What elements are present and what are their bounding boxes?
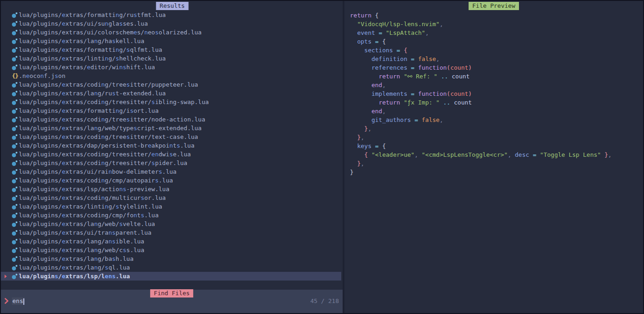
lua-icon (12, 160, 17, 166)
selection-arrow-icon (5, 275, 7, 278)
result-item-path: lua/plugins/extras/linting/stylelint.lua (19, 203, 162, 210)
selection-arrow-cell (1, 273, 12, 280)
lua-icon (12, 12, 17, 18)
result-counter: 45 / 218 (310, 297, 339, 304)
result-item[interactable]: lua/plugins/extras/linting/stylelint.lua (1, 202, 344, 211)
result-item[interactable]: lua/plugins/extras/formatting/isort.lua (1, 106, 344, 115)
result-item-path: lua/plugins/extras/lang/ansible.lua (19, 238, 144, 245)
lua-icon (12, 274, 17, 279)
result-item-path: lua/plugins/extras/linting/shellcheck.lu… (19, 55, 166, 62)
file-preview-code: return { "VidocqH/lsp-lens.nvim", event … (350, 11, 611, 176)
lua-icon (12, 204, 17, 209)
result-item[interactable]: lua/plugins/extras/coding/treesitter/spi… (1, 159, 344, 167)
result-item-path: lua/plugins/extras/ui/transparent.lua (19, 229, 152, 236)
json-braces-icon: {} (12, 72, 19, 79)
result-item-path: lua/plugins/extras/lang/bash.lua (19, 255, 133, 262)
lua-icon (12, 65, 17, 70)
file-preview-panel: File Preview return { "VidocqH/lsp-lens.… (344, 1, 643, 313)
lua-icon (12, 178, 17, 183)
prompt-panel: Find Files ens 45 / 218 (1, 290, 343, 313)
result-item[interactable]: lua/plugins/extras/lang/web/typescript-e… (1, 124, 344, 132)
result-item[interactable]: lua/plugins/extras/coding/treesitter/tex… (1, 132, 344, 141)
result-item[interactable]: lua/plugins/extras/coding/treesitter/end… (1, 150, 344, 159)
code-line: }, (350, 133, 611, 142)
result-item[interactable]: lua/plugins/extras/ui/colorschemes/neoso… (1, 28, 344, 37)
lua-icon (12, 82, 17, 88)
result-item[interactable]: lua/plugins/extras/ui/sunglasses.lua (1, 19, 344, 28)
result-item[interactable]: lua/plugins/extras/formatting/rustfmt.lu… (1, 11, 344, 19)
result-item[interactable]: lua/plugins/extras/coding/treesitter/sib… (1, 98, 344, 106)
result-item[interactable]: lua/plugins/extras/lang/haskell.lua (1, 37, 344, 45)
result-item-path: lua/plugins/extras/coding/treesitter/end… (19, 151, 191, 158)
result-item-path: lua/plugins/extras/ui/sunglasses.lua (19, 20, 148, 27)
result-item-path: lua/plugins/extras/coding/treesitter/sib… (19, 99, 209, 105)
result-item[interactable]: lua/plugins/extras/linting/shellcheck.lu… (1, 54, 344, 63)
lua-icon (12, 221, 17, 227)
code-line: "VidocqH/lsp-lens.nvim", (350, 20, 611, 28)
results-title-badge: Results (156, 2, 189, 10)
lua-icon (12, 134, 17, 140)
prompt-input[interactable]: ens (12, 297, 25, 305)
file-preview-title-badge: File Preview (469, 2, 519, 10)
result-item-path: lua/plugins/extras/formatting/sqlfmt.lua (19, 46, 162, 53)
result-item[interactable]: lua/plugins/extras/dap/persistent-breakp… (1, 141, 344, 150)
result-item-path: lua/plugins/extras/formatting/isort.lua (19, 107, 158, 114)
prompt-line: ens 45 / 218 (1, 297, 343, 305)
prompt-query-text: ens (12, 297, 23, 304)
result-item[interactable]: lua/plugins/extras/coding/multicursor.lu… (1, 193, 344, 202)
result-item[interactable]: lua/plugins/extras/coding/cmp/fonts.lua (1, 211, 344, 220)
code-line: } (350, 168, 611, 176)
result-item[interactable]: lua/plugins/extras/formatting/sqlfmt.lua (1, 45, 344, 54)
result-item[interactable]: lua/plugins/extras/lsp/actions-preview.l… (1, 185, 344, 193)
lua-icon (12, 126, 17, 131)
result-item-path: lua/plugins/extras/lang/rust-extended.lu… (19, 90, 166, 97)
result-item[interactable]: lua/plugins/extras/ui/transparent.lua (1, 228, 344, 237)
result-item[interactable]: lua/plugins/extras/ui/rainbow-delimeters… (1, 167, 344, 176)
result-item-path: lua/plugins/extras/ui/colorschemes/neoso… (19, 29, 202, 36)
lua-icon (12, 39, 17, 44)
lua-icon (12, 256, 17, 262)
code-line: return "⚯ Ref: " .. count (350, 72, 611, 81)
code-line: definition = false, (350, 55, 611, 63)
result-item[interactable]: lua/plugins/extras/lang/rust-extended.lu… (1, 89, 344, 98)
text-cursor-icon (23, 298, 24, 305)
result-item[interactable]: lua/plugins/extras/coding/treesitter/nod… (1, 115, 344, 124)
prompt-title: Find Files (154, 290, 190, 297)
lua-icon (12, 99, 17, 105)
result-item-path: lua/plugins/extras/formatting/rustfmt.lu… (19, 11, 166, 18)
code-line: end, (350, 107, 611, 116)
result-item[interactable]: lua/plugins/extras/lang/bash.lua (1, 254, 344, 263)
result-item[interactable]: lua/plugins/extras/coding/cmp/autopairs.… (1, 176, 344, 185)
result-item[interactable]: lua/plugins/extras/lang/ansible.lua (1, 237, 344, 246)
result-item-path: lua/plugins/extras/coding/treesitter/spi… (19, 160, 187, 166)
lua-icon (12, 108, 17, 114)
lua-icon (12, 143, 17, 149)
result-item-path: lua/plugins/extras/lang/haskell.lua (19, 38, 144, 44)
lua-icon (12, 56, 17, 61)
code-line: git_authors = false, (350, 116, 611, 124)
result-item[interactable]: lua/plugins/extras/editor/winshift.lua (1, 63, 344, 72)
lua-icon (12, 230, 17, 236)
result-item-path: lua/plugins/extras/coding/cmp/autopairs.… (19, 177, 173, 184)
results-panel: Results lua/plugins/extras/formatting/ru… (1, 1, 344, 289)
lua-icon (12, 91, 17, 96)
lua-icon (12, 21, 17, 27)
lua-icon (12, 152, 17, 157)
lua-icon (12, 169, 17, 175)
result-item-path: lua/plugins/extras/coding/cmp/fonts.lua (19, 212, 158, 219)
result-item[interactable]: lua/plugins/extras/lang/web/css.lua (1, 246, 344, 254)
result-item-path: lua/plugins/extras/lsp/lens.lua (19, 273, 130, 280)
result-item[interactable]: {}.neoconf.json (1, 72, 344, 80)
file-preview-title: File Preview (472, 2, 515, 9)
code-line: return "ƒx Imp: " .. count (350, 98, 611, 107)
code-line: }, (350, 159, 611, 168)
result-item[interactable]: lua/plugins/extras/lsp/lens.lua (1, 272, 341, 281)
result-item[interactable]: lua/plugins/extras/lang/sql.lua (1, 263, 344, 272)
code-line: sections = { (350, 46, 611, 55)
code-line: implements = function(count) (350, 89, 611, 98)
prompt-chevron-icon (5, 298, 9, 304)
result-item-path: lua/plugins/extras/lang/web/svelte.lua (19, 220, 155, 227)
lua-icon (12, 248, 17, 253)
result-item[interactable]: lua/plugins/extras/coding/treesitter/pup… (1, 80, 344, 89)
result-item[interactable]: lua/plugins/extras/lang/web/svelte.lua (1, 220, 344, 228)
